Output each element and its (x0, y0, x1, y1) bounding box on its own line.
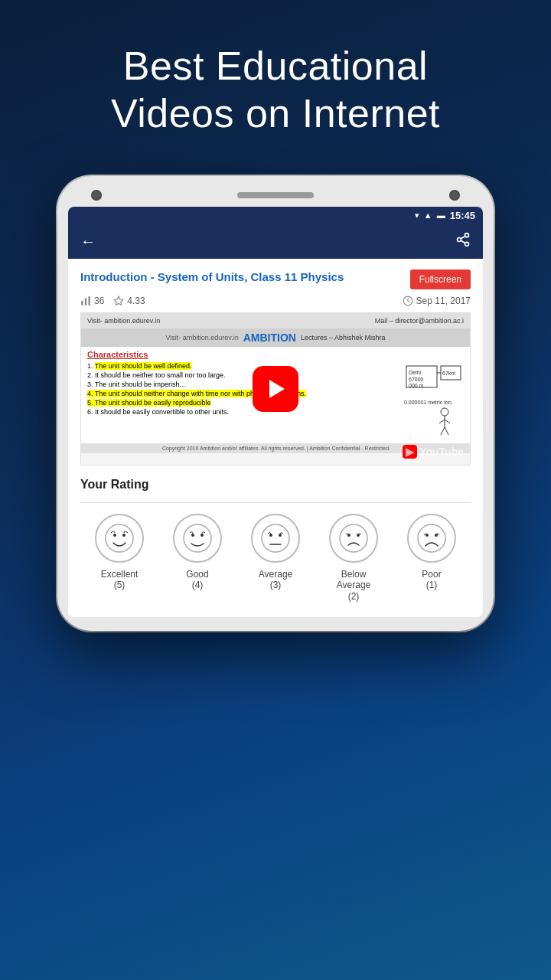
ambition-header: Visit- ambition.edurev.in AMBITION Lectu… (81, 328, 470, 347)
svg-point-24 (106, 524, 133, 552)
svg-line-22 (441, 427, 445, 435)
back-button[interactable]: ← (80, 233, 96, 250)
star-icon (113, 296, 124, 306)
content-area: Introduction - System of Units, Class 11… (68, 259, 483, 466)
rating-label-average: Average (3) (259, 569, 292, 591)
svg-point-29 (201, 534, 204, 537)
diagram-area: Delhi 67000 000 m 67km 0.000001 metric t… (403, 362, 464, 440)
header-left: Visit- ambition.edurev.in (87, 317, 160, 325)
svg-point-25 (113, 534, 116, 537)
char-3: 3. The unit should be imperish... (87, 381, 403, 388)
rating-label-excellent: Excellent (5) (101, 569, 139, 591)
play-button[interactable] (253, 366, 298, 412)
play-triangle (269, 380, 285, 398)
svg-rect-6 (85, 298, 86, 305)
diagram-svg: Delhi 67000 000 m 67km 0.000001 metric t… (403, 362, 464, 439)
face-excellent (95, 514, 144, 563)
headline-line1: Best Educational (123, 44, 428, 88)
rating-excellent[interactable]: Excellent (5) (95, 514, 144, 591)
front-camera-right (449, 190, 460, 201)
svg-line-3 (461, 240, 465, 243)
headline: Best Educational Videos on Internet (54, 42, 497, 138)
svg-point-0 (465, 233, 469, 237)
rating-label-poor: Poor (1) (422, 569, 441, 591)
views-count: 36 (94, 296, 104, 306)
rating-value: 4.33 (127, 296, 145, 306)
svg-line-23 (445, 427, 448, 435)
header-left-small: Visit- ambition.edurev.in (166, 334, 239, 341)
svg-text:67000: 67000 (409, 377, 424, 382)
svg-point-34 (340, 524, 367, 552)
face-average (251, 514, 300, 563)
svg-point-18 (441, 408, 448, 416)
svg-text:67km: 67km (442, 371, 455, 376)
video-header-bar: Visit- ambition.edurev.in Mail – directo… (81, 313, 470, 328)
svg-point-37 (418, 524, 445, 552)
svg-point-27 (184, 524, 211, 552)
views-item: 36 (80, 296, 104, 306)
face-svg-poor (416, 523, 447, 554)
char-4: 4. The unit should neither change with t… (87, 390, 403, 397)
upload-date: Sep 11, 2017 (416, 296, 471, 306)
youtube-watermark: ▶YouTube (403, 445, 464, 459)
views-icon (80, 296, 91, 306)
svg-point-30 (262, 524, 289, 552)
phone-mockup: ▾ ▲ ▬ 15:45 ← Introduction - (57, 176, 494, 631)
rating-section-title: Your Rating (80, 478, 471, 492)
meta-left: 36 4.33 (80, 296, 145, 306)
rating-good[interactable]: Good (4) (173, 514, 222, 591)
youtube-icon: ▶ (403, 445, 417, 459)
svg-point-28 (191, 534, 194, 537)
battery-icon: ▬ (437, 211, 445, 220)
face-svg-excellent (104, 523, 135, 554)
char-6: 6. It should be easily convertible to ot… (87, 408, 403, 416)
rating-average[interactable]: Average (3) (251, 514, 300, 591)
rating-options: Excellent (5) (80, 514, 471, 609)
front-camera (91, 190, 102, 201)
clock-icon (403, 296, 413, 306)
svg-line-21 (445, 420, 450, 423)
face-poor (407, 514, 456, 563)
video-title: Introduction - System of Units, Class 11… (80, 270, 403, 285)
characteristics-title: Characteristics (87, 350, 464, 359)
headline-line2: Videos on Internet (111, 91, 440, 136)
phone-outer: ▾ ▲ ▬ 15:45 ← Introduction - (57, 176, 494, 631)
rating-poor[interactable]: Poor (1) (407, 514, 456, 591)
phone-speaker (237, 192, 314, 198)
status-bar: ▾ ▲ ▬ 15:45 (68, 207, 483, 224)
svg-point-26 (122, 534, 126, 537)
video-thumbnail[interactable]: Visit- ambition.edurev.in Mail – directo… (80, 312, 471, 466)
face-svg-average (260, 523, 291, 554)
svg-marker-8 (115, 296, 124, 305)
svg-point-2 (465, 242, 469, 246)
face-good (173, 514, 222, 563)
rating-item: 4.33 (113, 296, 145, 306)
rating-divider (80, 502, 471, 503)
video-title-row: Introduction - System of Units, Class 11… (80, 270, 471, 289)
char-5: 5. The unit should be easily reproducibl… (87, 399, 403, 407)
fullscreen-button[interactable]: Fullscreen (410, 270, 471, 289)
phone-top-bar (68, 190, 483, 201)
nav-bar: ← (68, 224, 483, 259)
svg-point-1 (458, 237, 461, 241)
play-circle (253, 366, 298, 412)
face-svg-good (182, 523, 213, 554)
rating-label-below-average: Below Average (2) (337, 569, 370, 602)
signal-icon: ▲ (424, 211, 432, 220)
char-1: 1. The unit should be well defined. (87, 362, 403, 370)
svg-text:0.000001 metric ton: 0.000001 metric ton (404, 400, 452, 405)
svg-text:000 m: 000 m (409, 383, 424, 388)
svg-text:Delhi: Delhi (409, 370, 421, 375)
share-button[interactable] (455, 232, 471, 251)
char-2: 2. It should be neither too small nor to… (87, 371, 403, 379)
ambition-logo: AMBITION (243, 332, 296, 344)
meta-row: 36 4.33 Sep 11, 2017 (80, 296, 471, 306)
svg-line-20 (439, 420, 445, 423)
date-item: Sep 11, 2017 (403, 296, 471, 306)
rating-section: Your Rating (68, 466, 483, 617)
header-right: Mail – director@ambition.ac.i (375, 317, 464, 325)
svg-line-4 (461, 236, 465, 238)
rating-below-average[interactable]: Below Average (2) (329, 514, 378, 602)
face-svg-below-average (338, 523, 369, 554)
lectures-label: Lectures – Abhishek Mishra (301, 334, 386, 341)
